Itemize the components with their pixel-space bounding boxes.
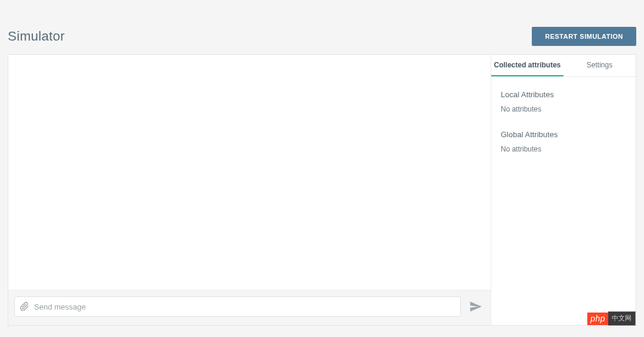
- tabs: Collected attributes Settings: [491, 55, 636, 77]
- restart-simulation-button[interactable]: RESTART SIMULATION: [532, 27, 636, 46]
- page-title: Simulator: [8, 29, 65, 44]
- header: Simulator RESTART SIMULATION: [8, 8, 636, 46]
- message-input[interactable]: [34, 297, 460, 316]
- watermark-php-label: php: [587, 313, 608, 325]
- chat-panel: [8, 55, 491, 325]
- watermark: php 中文网: [587, 311, 636, 326]
- send-button[interactable]: [467, 298, 485, 316]
- messages-area: [8, 55, 491, 290]
- tab-content: Local Attributes No attributes Global At…: [491, 77, 636, 183]
- message-input-wrapper: [14, 296, 461, 317]
- local-attributes-section: Local Attributes No attributes: [501, 90, 626, 113]
- tab-collected-attributes[interactable]: Collected attributes: [491, 55, 563, 76]
- attachment-icon[interactable]: [20, 302, 29, 311]
- send-icon: [469, 300, 482, 313]
- main-content: Collected attributes Settings Local Attr…: [8, 54, 636, 326]
- global-attributes-section: Global Attributes No attributes: [501, 130, 626, 153]
- global-attributes-empty: No attributes: [501, 145, 626, 153]
- watermark-cn-label: 中文网: [608, 311, 636, 326]
- input-row: [8, 290, 491, 325]
- global-attributes-heading: Global Attributes: [501, 130, 626, 139]
- simulator-container: Simulator RESTART SIMULATION: [0, 0, 644, 333]
- tab-settings[interactable]: Settings: [563, 55, 636, 76]
- local-attributes-empty: No attributes: [501, 105, 626, 113]
- local-attributes-heading: Local Attributes: [501, 90, 626, 99]
- side-panel: Collected attributes Settings Local Attr…: [491, 55, 636, 325]
